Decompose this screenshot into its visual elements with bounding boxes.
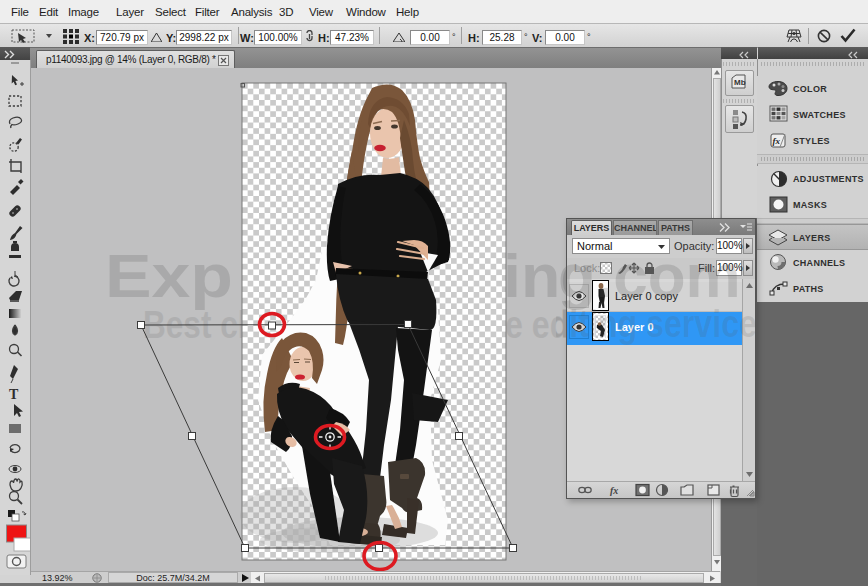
svg-text:T: T <box>9 387 19 402</box>
svg-text:fx: fx <box>610 485 618 496</box>
svg-text:Exp: Exp <box>105 241 233 310</box>
svg-text:fx: fx <box>773 136 781 146</box>
svg-text:Mb: Mb <box>734 78 746 87</box>
